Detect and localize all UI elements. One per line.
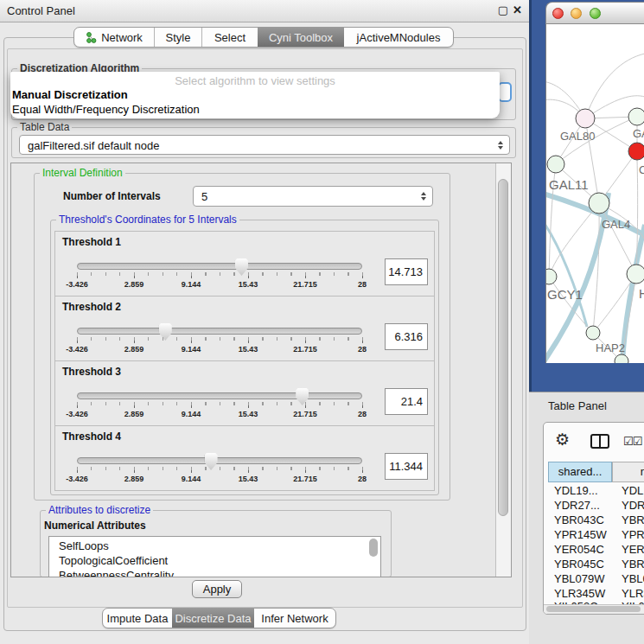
node-label: GCY1 — [547, 287, 583, 302]
table-row[interactable]: YBR043CYBR0 — [544, 513, 644, 528]
table-row[interactable]: YBR045CYBR0 — [544, 558, 644, 572]
close-traffic-light[interactable] — [552, 8, 564, 19]
group-label: Attributes to discretize — [46, 505, 153, 516]
threshold-value-input[interactable]: 14.713 — [385, 258, 428, 285]
threshold-slider-track[interactable] — [77, 457, 362, 464]
combo-arrows-icon — [421, 192, 426, 201]
tick-label: -3.426 — [66, 410, 88, 418]
threshold-row-3: Threshold 3 -3.426 2.859 9.144 15.43 21.… — [54, 360, 435, 426]
threshold-row-2: Threshold 2 -3.426 2.859 9.144 15.43 21.… — [54, 296, 435, 361]
tick-label: 21.715 — [293, 410, 317, 418]
float-window-icon[interactable]: ▢ — [498, 3, 508, 16]
node-label: GAL11 — [549, 177, 589, 192]
table-panel-box: ⚙ ☑☑ shared... n YDL19...YDL1 YDR27...YD… — [543, 422, 644, 615]
threshold-slider-track[interactable] — [77, 263, 362, 270]
tab-discretize-data[interactable]: Discretize Data — [172, 609, 254, 628]
threshold-slider-track[interactable] — [77, 392, 362, 399]
column-header-shared-name[interactable]: shared... — [548, 462, 612, 482]
control-panel-titlebar: Control Panel ▢ ✕ — [0, 0, 529, 22]
zoom-traffic-light[interactable] — [590, 8, 601, 19]
group-label: Threshold's Coordinates for 5 Intervals — [56, 214, 239, 226]
numerical-attributes-label: Numerical Attributes — [44, 520, 146, 532]
tab-infer-network[interactable]: Infer Network — [254, 609, 335, 628]
node-bottom-partial[interactable] — [615, 354, 628, 363]
tick-label: 21.715 — [293, 475, 317, 483]
node-top-right[interactable] — [628, 108, 644, 125]
close-icon[interactable]: ✕ — [513, 3, 522, 16]
checkboxes-icon[interactable]: ☑☑ — [623, 435, 641, 448]
column-header-name[interactable]: n — [612, 462, 644, 482]
threshold-slider-track[interactable] — [77, 328, 362, 335]
table-row[interactable]: YDR27...YDR2 — [544, 499, 644, 513]
tab-style[interactable]: Style — [155, 28, 201, 47]
threshold-value-input[interactable]: 6.316 — [385, 323, 428, 350]
combo-arrows-icon — [498, 141, 503, 150]
tick-label: 2.859 — [124, 345, 144, 354]
tab-impute-data[interactable]: Impute Data — [103, 609, 172, 628]
tab-label: Style — [166, 31, 191, 44]
node-hap2[interactable] — [586, 326, 600, 340]
tick-label: 15.43 — [239, 410, 258, 418]
network-icon — [86, 32, 97, 43]
gear-icon[interactable]: ⚙ — [555, 430, 570, 450]
tab-label: Infer Network — [261, 612, 328, 625]
network-window-titlebar[interactable] — [545, 2, 644, 24]
algorithm-combobox-focus-ring[interactable] — [498, 82, 512, 102]
tick-label: 9.144 — [182, 345, 201, 354]
tick-label: 2.859 — [124, 410, 144, 418]
apply-button[interactable]: Apply — [192, 580, 242, 598]
tick-label: 9.144 — [182, 475, 201, 483]
list-item[interactable]: TopologicalCoefficient — [49, 553, 380, 568]
tick-label: 28 — [358, 345, 367, 354]
table-row[interactable]: YER054CYER0 — [544, 543, 644, 558]
table-data-group: Table Data galFiltered.sif default node — [11, 127, 516, 158]
tab-label: Cyni Toolbox — [269, 31, 333, 44]
main-scrollbar[interactable] — [495, 163, 511, 577]
tick-label: 28 — [358, 280, 367, 289]
tick-label: 28 — [358, 410, 367, 418]
node-h[interactable] — [627, 265, 644, 284]
scrollbar-thumb[interactable] — [546, 606, 641, 612]
threshold-row-4: Threshold 4 -3.426 2.859 9.144 15.43 21.… — [54, 425, 435, 491]
threshold-label: Threshold 4 — [62, 430, 121, 443]
combobox-value: galFiltered.sif default node — [28, 138, 159, 151]
node-gal4[interactable] — [589, 193, 609, 214]
num-intervals-label: Number of Intervals — [63, 190, 161, 202]
tab-network[interactable]: Network — [74, 28, 154, 47]
node-gal80[interactable] — [576, 109, 595, 128]
num-intervals-select[interactable]: 5 — [193, 186, 433, 207]
tab-label: Select — [214, 31, 245, 44]
tick-label: -3.426 — [66, 345, 88, 354]
settings-scrollpane: Interval Definition Number of Intervals … — [10, 163, 512, 577]
tab-jactivemnodules[interactable]: jActiveMNodules — [344, 28, 453, 47]
numerical-attributes-list: SelfLoops TopologicalCoefficient Between… — [48, 536, 381, 577]
tab-select[interactable]: Select — [202, 28, 258, 47]
control-panel-window: Control Panel ▢ ✕ Network Style Select C… — [0, 0, 529, 644]
popup-item-equal-width[interactable]: Equal Width/Frequency Discretization — [12, 103, 200, 116]
list-scrollbar[interactable] — [369, 539, 378, 557]
network-canvas[interactable]: GAL80 GA C GAL11 GAL4 GCY1 H HAP2 — [545, 24, 644, 363]
threshold-value-input[interactable]: 11.344 — [385, 453, 428, 480]
minimize-traffic-light[interactable] — [571, 8, 582, 19]
tick-label: 15.43 — [239, 475, 258, 483]
node-label: GA — [633, 127, 644, 140]
node-gal11[interactable] — [547, 156, 564, 173]
tick-label: 9.144 — [182, 410, 201, 418]
popup-item-manual-discretization[interactable]: Manual Discretization — [12, 88, 128, 101]
table-row[interactable]: YPR145WYPR1 — [544, 528, 644, 543]
columns-icon[interactable] — [590, 434, 609, 449]
node-gcy1[interactable] — [546, 269, 557, 284]
scrollbar-thumb[interactable] — [498, 179, 508, 516]
list-item[interactable]: BetweennessCentrality — [49, 568, 380, 577]
threshold-value-input[interactable]: 21.4 — [385, 388, 428, 415]
list-item[interactable]: SelfLoops — [49, 537, 380, 553]
algorithm-dropdown-popup: Select algorithm to view settings Manual… — [10, 72, 500, 118]
tick-label: 9.144 — [182, 280, 201, 289]
table-row[interactable]: YBL079WYBL0 — [544, 572, 644, 587]
horizontal-scrollbar[interactable] — [544, 604, 644, 614]
table-row[interactable]: YDL19...YDL1 — [544, 484, 644, 499]
popup-hint: Select algorithm to view settings — [10, 74, 500, 87]
node-red-selected[interactable] — [628, 143, 644, 160]
table-data-select[interactable]: galFiltered.sif default node — [19, 135, 510, 155]
tab-cyni-toolbox[interactable]: Cyni Toolbox — [258, 28, 344, 47]
